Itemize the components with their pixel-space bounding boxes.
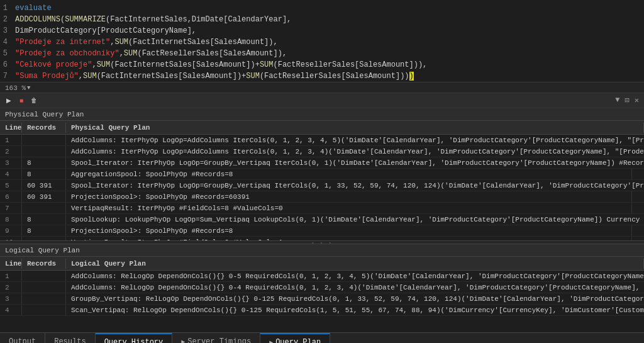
close-icon[interactable]: ✕ bbox=[633, 96, 640, 105]
td-line: 3 bbox=[0, 157, 22, 168]
float-icon[interactable]: ⊡ bbox=[624, 96, 631, 105]
table-row: 4 Scan_Vertipaq: RelLogOp DependOnCols()… bbox=[0, 305, 644, 316]
td-line: 9 bbox=[0, 225, 22, 236]
code-content: evaluate ADDCOLUMNS(SUMMARIZE(FactIntern… bbox=[15, 3, 427, 82]
panel-toolbar: ▶ ■ 🗑 ▼ ⊡ ✕ bbox=[0, 93, 644, 108]
td-records bbox=[22, 282, 66, 293]
col-header-line: Line bbox=[0, 123, 22, 133]
td-plan: ProjectionSpool>: SpoolPhyOp #Records=60… bbox=[66, 191, 632, 202]
code-line-4: "Prodeje za internet",SUM(FactInternetSa… bbox=[15, 37, 427, 48]
td-records: 8 bbox=[22, 169, 66, 179]
td-records bbox=[22, 135, 66, 145]
code-line-5: "Prodeje za obchodníky",SUM(FactReseller… bbox=[15, 48, 427, 59]
table-row: 8 8 SpoolLookup: LookupPhyOp LogOp=Sum_V… bbox=[0, 214, 644, 225]
tab-query-plan-arrow: ▶ bbox=[269, 339, 273, 344]
line-numbers: 1 2 3 4 5 6 7 bbox=[3, 3, 15, 82]
zoom-value: 163 % bbox=[5, 84, 26, 92]
table-row: 1 AddColumns: IterPhyOp LogOp=AddColumns… bbox=[0, 135, 644, 146]
td-records bbox=[22, 271, 66, 281]
code-line-1: evaluate bbox=[15, 3, 427, 14]
clear-button[interactable]: 🗑 bbox=[29, 96, 39, 106]
td-records: 60 391 bbox=[22, 180, 66, 191]
logical-plan-label: Logical Query Plan bbox=[0, 244, 644, 257]
td-line: 7 bbox=[0, 203, 22, 213]
table-row: 3 8 Spool_Iterator: IterPhyOp LogOp=Grou… bbox=[0, 157, 644, 169]
tab-results-label: Results bbox=[54, 337, 86, 344]
physical-plan-title: Physical Query Plan bbox=[5, 111, 84, 118]
td-plan: AddColumns: RelLogOp DependOnCols(){} 0-… bbox=[66, 282, 644, 293]
td-plan: AddColumns: IterPhyOp LogOp=AddColumns I… bbox=[66, 146, 644, 157]
table-row: 2 AddColumns: RelLogOp DependOnCols(){} … bbox=[0, 282, 644, 293]
physical-plan-header: Line Records Physical Query Plan bbox=[0, 121, 644, 135]
editor-scroll[interactable]: 1 2 3 4 5 6 7 evaluate ADDCOLUMNS(SUMMAR… bbox=[0, 0, 644, 82]
table-row: 2 AddColumns: IterPhyOp LogOp=AddColumns… bbox=[0, 146, 644, 157]
tab-output[interactable]: Output bbox=[0, 333, 45, 343]
tab-results[interactable]: Results bbox=[45, 333, 95, 343]
tab-query-plan-label: Query Plan bbox=[275, 338, 321, 344]
table-row: 6 60 391 ProjectionSpool>: SpoolPhyOp #R… bbox=[0, 191, 644, 203]
play-button[interactable]: ▶ bbox=[4, 96, 14, 106]
td-plan: SpoolLookup: LookupPhyOp LogOp=Sum_Verti… bbox=[66, 214, 644, 225]
table-row: 7 VertipaqResult: IterPhyOp #FieldCols=8… bbox=[0, 203, 644, 214]
td-line: 8 bbox=[0, 214, 22, 225]
td-line: 6 bbox=[0, 191, 22, 202]
td-plan: ProjectionSpool>: SpoolPhyOp #Records=8 bbox=[66, 225, 632, 236]
col-header-records: Records bbox=[22, 123, 66, 133]
pin-icon[interactable]: ▼ bbox=[614, 96, 621, 105]
zoom-dropdown[interactable]: 163 % ▼ bbox=[5, 84, 30, 92]
tab-query-history-label: Query History bbox=[104, 338, 164, 344]
line-container: 1 2 3 4 5 6 7 evaluate ADDCOLUMNS(SUMMAR… bbox=[0, 3, 644, 82]
code-line-3: DimProductCategory[ProductCategoryName], bbox=[15, 25, 427, 37]
panel-actions-right: ▼ ⊡ ✕ bbox=[614, 96, 640, 105]
tab-query-plan[interactable]: ▶ Query Plan bbox=[260, 333, 330, 343]
td-plan: AddColumns: IterPhyOp LogOp=AddColumns I… bbox=[66, 135, 644, 145]
logical-plan-section: Logical Query Plan Line Records Logical … bbox=[0, 244, 644, 332]
logical-plan-title: Logical Query Plan bbox=[5, 247, 80, 254]
td-line: 2 bbox=[0, 146, 22, 157]
stop-button[interactable]: ■ bbox=[16, 96, 26, 106]
td-plan: Spool_Iterator: IterPhyOp LogOp=GroupBy_… bbox=[66, 180, 644, 191]
td-records bbox=[22, 146, 66, 157]
table-row: 3 GroupBy_Vertipaq: RelLogOp DependOnCol… bbox=[0, 293, 644, 305]
td-line: 5 bbox=[0, 180, 22, 191]
physical-plan-section: Physical Query Plan Line Records Physica… bbox=[0, 108, 644, 240]
td-records: 60 391 bbox=[22, 191, 66, 202]
code-line-2: ADDCOLUMNS(SUMMARIZE(FactInternetSales,D… bbox=[15, 14, 427, 25]
bottom-tabs: Output Results Query History ▶ Server Ti… bbox=[0, 332, 644, 343]
tab-server-timings-label: Server Timings bbox=[187, 337, 251, 344]
td-plan: VertipaqResult: IterPhyOp #FieldCols=8 #… bbox=[66, 203, 632, 213]
code-line-6: "Celkové prodeje",SUM(FactInternetSales[… bbox=[15, 59, 427, 70]
td-records: 8 bbox=[22, 225, 66, 236]
td-line: 4 bbox=[0, 169, 22, 179]
td-records bbox=[22, 305, 66, 315]
td-line: 3 bbox=[0, 293, 22, 304]
td-plan: GroupBy_Vertipaq: RelLogOp DependOnCols(… bbox=[66, 293, 644, 304]
table-row: 9 8 ProjectionSpool>: SpoolPhyOp #Record… bbox=[0, 225, 644, 237]
td-records: 8 bbox=[22, 214, 66, 225]
physical-plan-label: Physical Query Plan bbox=[0, 108, 644, 121]
logical-col-header-line: Line bbox=[0, 259, 22, 269]
editor-area: 1 2 3 4 5 6 7 evaluate ADDCOLUMNS(SUMMAR… bbox=[0, 0, 644, 93]
tab-query-history[interactable]: Query History bbox=[96, 333, 173, 343]
zoom-chevron-icon: ▼ bbox=[27, 85, 30, 91]
logical-col-header-records: Records bbox=[22, 259, 66, 269]
logical-plan-body[interactable]: 1 AddColumns: RelLogOp DependOnCols(){} … bbox=[0, 271, 644, 332]
table-row: 4 8 AggregationSpool: SpoolPhyOp #Record… bbox=[0, 169, 644, 180]
td-plan: AddColumns: RelLogOp DependOnCols(){} 0-… bbox=[66, 271, 644, 281]
td-plan: Scan_Vertipaq: RelLogOp DependOnCols(){}… bbox=[66, 305, 644, 315]
td-line: 1 bbox=[0, 271, 22, 281]
td-records bbox=[22, 203, 66, 213]
tab-output-label: Output bbox=[9, 337, 36, 344]
zoom-bar: 163 % ▼ bbox=[0, 82, 644, 93]
logical-col-header-plan: Logical Query Plan bbox=[66, 259, 644, 269]
table-row: 5 60 391 Spool_Iterator: IterPhyOp LogOp… bbox=[0, 180, 644, 191]
td-line: 2 bbox=[0, 282, 22, 293]
tab-server-timings-arrow: ▶ bbox=[181, 338, 185, 344]
td-plan: AggregationSpool: SpoolPhyOp #Records=8 bbox=[66, 169, 632, 179]
table-row: 1 AddColumns: RelLogOp DependOnCols(){} … bbox=[0, 271, 644, 282]
td-plan: Spool_Iterator: IterPhyOp LogOp=GroupBy_… bbox=[66, 157, 644, 168]
code-line-7: "Suma Prodejů",SUM(FactInternetSales[Sal… bbox=[15, 70, 427, 82]
physical-plan-body[interactable]: 1 AddColumns: IterPhyOp LogOp=AddColumns… bbox=[0, 135, 644, 240]
td-records: 8 bbox=[22, 157, 66, 168]
tab-server-timings[interactable]: ▶ Server Timings bbox=[172, 333, 260, 343]
